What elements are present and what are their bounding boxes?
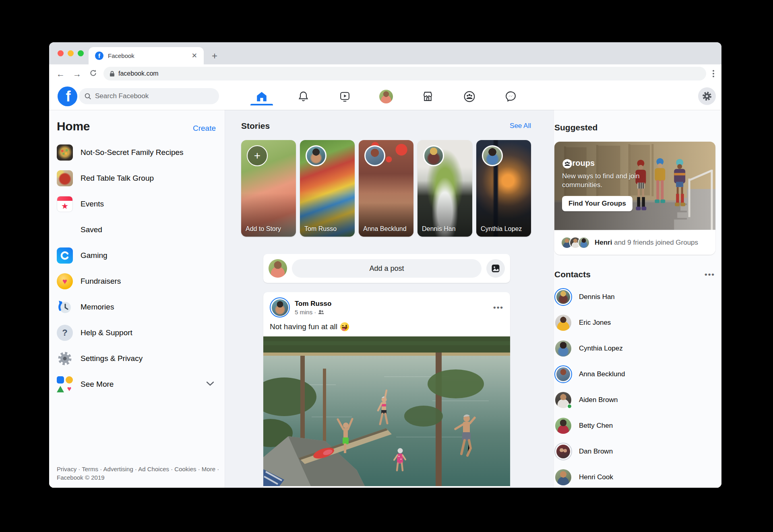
story-card-add-to-story[interactable]: + Add to Story [241,140,296,237]
settings-button[interactable] [698,87,716,105]
sidebar-item-events[interactable]: ★ Events [57,191,222,217]
home-tab[interactable] [253,88,271,105]
suggested-groups-card[interactable]: Groups New ways to find and join communi… [554,142,715,255]
sidebar-item-family-recipes[interactable]: Not-So-Secret Family Recipes [57,140,222,165]
contacts-menu-icon[interactable]: ••• [705,270,715,279]
contacts-title: Contacts [554,270,591,279]
suggested-title: Suggested [554,123,597,132]
contact-aiden-brown[interactable]: Aiden Brown [554,387,715,413]
post-author-avatar[interactable] [270,297,290,318]
add-story-plus-icon: + [247,145,268,166]
stories-title: Stories [241,121,270,131]
legal-footer[interactable]: Privacy · Terms · Advertising · Ad Choic… [57,465,227,483]
forward-icon[interactable]: → [73,70,81,78]
search-placeholder: Search Facebook [95,92,149,100]
events-calendar-icon: ★ [57,196,73,212]
friends-avatars [561,237,590,249]
sidebar-menu: Not-So-Secret Family Recipes Red Table T… [57,140,222,397]
tongue-out-wink-emoji [340,322,349,331]
sidebar-item-settings-privacy[interactable]: Settings & Privacy [57,346,222,371]
feed-post: Tom Russo 5 mins · ••• Not having fun at… [263,292,510,488]
post-menu-icon[interactable]: ••• [493,303,504,312]
left-sidebar: Home Create Not-So-Secret Family Recipes… [49,110,225,488]
marketplace-tab[interactable] [419,88,437,105]
find-your-groups-button[interactable]: Find Your Groups [562,196,632,211]
story-avatar [306,145,327,166]
contact-anna-becklund[interactable]: Anna Becklund [554,361,715,387]
address-bar[interactable]: facebook.com [103,67,706,80]
see-more-shapes-icon: ♥ [57,376,73,392]
contacts-list: Dennis Han Eric Jones Cynthia Lopez Anna… [554,284,715,488]
composer-avatar[interactable] [269,259,287,278]
groups-card-footer: Henri and 9 friends joined Groups [554,230,715,255]
watch-tab[interactable] [336,88,353,105]
contact-avatar-story-ring [554,365,572,383]
story-card-cynthia-lopez[interactable]: Cynthia Lopez [476,140,531,237]
audience-friends-icon [318,309,324,315]
facebook-logo[interactable]: f [58,87,77,106]
facebook-header: f Search Facebook [49,83,721,110]
contact-dennis-han[interactable]: Dennis Han [554,284,715,310]
search-input[interactable]: Search Facebook [79,88,219,104]
add-post-input[interactable]: Add a post [292,259,482,278]
contact-avatar-story-ring [554,288,572,306]
story-card-dennis-han[interactable]: Dennis Han [418,140,472,237]
search-icon [85,93,91,100]
story-card-tom-russo[interactable]: Tom Russo [300,140,355,237]
question-mark-icon: ? [57,325,73,341]
sidebar-item-memories[interactable]: Memories [57,294,222,320]
tab-close-icon[interactable]: ✕ [192,52,197,59]
home-active-indicator [250,104,273,105]
groups-tab[interactable] [461,88,478,105]
sidebar-item-fundraisers[interactable]: ♥ Fundraisers [57,268,222,294]
post-header: Tom Russo 5 mins · ••• [263,292,510,321]
story-card-anna-becklund[interactable]: Anna Becklund [359,140,413,237]
window-controls [58,50,84,56]
tab-title: Facebook [108,52,192,59]
create-link[interactable]: Create [193,124,216,133]
browser-tab[interactable]: f Facebook ✕ [89,47,204,64]
contact-avatar-viewed-ring [554,443,572,460]
story-avatar [482,145,503,166]
sidebar-item-saved[interactable]: Saved [57,217,222,243]
profile-tab[interactable] [377,88,395,105]
browser-menu-icon[interactable] [713,70,714,77]
contact-cynthia-lopez[interactable]: Cynthia Lopez [554,336,715,361]
contact-avatar [554,314,572,332]
stories-row: + Add to Story Tom Russo Anna Becklund D… [241,140,531,237]
facebook-favicon: f [95,52,103,60]
url-text: facebook.com [118,70,159,77]
post-text: Not having fun at all [270,322,337,331]
post-author-name[interactable]: Tom Russo [295,300,488,308]
contact-avatar [554,391,572,409]
new-tab-button[interactable]: + [212,51,217,61]
contact-eric-jones[interactable]: Eric Jones [554,310,715,336]
post-photo-lake-jumping[interactable] [263,336,510,486]
sidebar-item-red-table-talk[interactable]: Red Table Talk Group [57,165,222,191]
groups-footer-text: Henri and 9 friends joined Groups [595,239,698,247]
right-rail: Suggested [554,110,721,488]
sidebar-item-see-more[interactable]: ♥ See More [57,371,222,397]
groups-card-photo: Groups New ways to find and join communi… [554,142,715,230]
see-all-link[interactable]: See All [510,122,531,130]
post-composer: Add a post [263,254,510,283]
close-window-button[interactable] [58,50,64,56]
contact-avatar [554,417,572,435]
back-icon[interactable]: ← [56,70,65,78]
top-navigation [253,83,520,110]
minimize-window-button[interactable] [68,50,74,56]
contact-henri-cook[interactable]: Henri Cook [554,464,715,488]
add-photo-button[interactable] [486,259,505,278]
reload-icon[interactable] [89,69,97,78]
contact-betty-chen[interactable]: Betty Chen [554,413,715,439]
notifications-tab[interactable] [294,88,312,105]
contact-dan-brown[interactable]: Dan Brown [554,439,715,464]
zoom-window-button[interactable] [78,50,84,56]
browser-tab-bar: f Facebook ✕ + [49,42,721,64]
profile-avatar [379,90,393,103]
messenger-tab[interactable] [502,88,520,105]
sidebar-item-help-support[interactable]: ? Help & Support [57,320,222,346]
chevron-down-icon [205,379,215,390]
gear-icon [57,351,73,367]
sidebar-item-gaming[interactable]: Gaming [57,243,222,268]
